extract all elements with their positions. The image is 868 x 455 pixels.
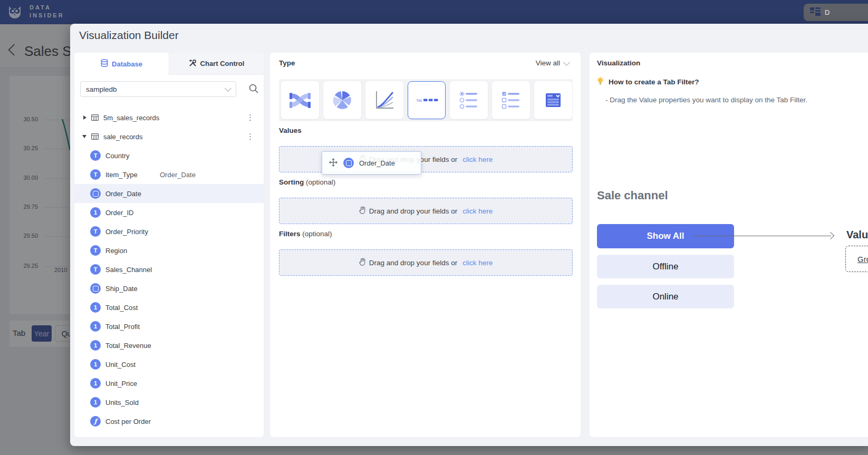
number-field-icon	[90, 397, 101, 408]
table-row[interactable]: 5m_sales_records ⋮	[74, 108, 264, 127]
sorting-label: Sorting	[279, 178, 304, 186]
field-row[interactable]: Total_Cost	[74, 298, 264, 317]
field-name: Units_Sold	[105, 399, 139, 406]
drag-hand-icon	[359, 258, 366, 267]
tab-option-offline[interactable]: Offline	[597, 255, 734, 278]
table-row[interactable]: sale_records ⋮	[74, 127, 264, 146]
move-icon	[329, 158, 338, 169]
tools-icon	[189, 59, 197, 69]
field-name: Order_Date	[105, 190, 141, 198]
chart-type-pie[interactable]	[323, 81, 361, 119]
dropdown-filter-icon	[543, 90, 564, 111]
caret-down-icon[interactable]	[82, 135, 86, 138]
database-select-value: sampledb	[86, 85, 117, 93]
date-field-icon	[90, 283, 101, 294]
annotation-arrow	[693, 236, 831, 236]
drag-ghost-label: Order_Date	[160, 171, 196, 179]
modal-title: Visualization Builder	[79, 29, 179, 42]
schema-tree: 5m_sales_records ⋮ sale_records ⋮ Countr…	[74, 108, 264, 431]
tip-body: - Drag the Value properties you want to …	[605, 96, 807, 104]
table-name: sale_records	[103, 133, 142, 141]
view-all-label: View all	[536, 59, 560, 67]
chart-type-sankey[interactable]	[281, 81, 319, 119]
tab-filter-widget-title: Sale channel	[597, 189, 668, 202]
tab-database[interactable]: Database	[74, 53, 169, 75]
chevron-down-icon	[225, 85, 232, 92]
dock-button-label: D	[825, 8, 830, 16]
kebab-menu-icon[interactable]: ⋮	[246, 132, 254, 141]
visualization-builder-modal: Visualization Builder Database	[70, 24, 868, 446]
search-icon[interactable]	[248, 83, 259, 96]
chevron-down-icon	[563, 59, 570, 66]
field-name: Total_Cost	[105, 304, 138, 312]
number-field-icon	[90, 321, 101, 332]
sorting-section-label: Sorting (optional)	[279, 178, 335, 186]
text-field-icon	[90, 264, 101, 275]
annotation-arrowhead-icon	[827, 232, 834, 239]
grid-icon	[810, 7, 821, 17]
filters-dropzone[interactable]: Drag and drop your fields or click here	[279, 249, 573, 276]
checkbox-list-icon	[500, 90, 522, 111]
field-name: Sales_Channel	[105, 266, 152, 274]
field-row[interactable]: Unit_Price	[74, 374, 264, 393]
text-field-icon	[90, 169, 101, 180]
tab-option-show-all[interactable]: Show All	[597, 224, 734, 248]
annotation-value-label: Value	[846, 229, 868, 241]
field-row[interactable]: Sales_Channel	[74, 260, 264, 279]
field-name: Order_ID	[105, 209, 133, 217]
caret-right-icon[interactable]	[83, 115, 86, 120]
chart-type-tab-filter-selected[interactable]: Tab	[408, 81, 446, 119]
field-row[interactable]: Region	[74, 241, 264, 260]
number-field-icon	[90, 340, 101, 351]
chart-type-radio-list[interactable]	[450, 81, 488, 119]
field-name: Region	[105, 247, 127, 255]
sankey-chart-icon	[289, 89, 311, 111]
chart-type-dropdown[interactable]	[534, 81, 572, 119]
field-row[interactable]: Units_Sold	[74, 393, 264, 412]
database-icon	[101, 59, 108, 69]
field-row[interactable]: Order_Priority	[74, 222, 264, 241]
sorting-dropzone[interactable]: Drag and drop your fields or click here	[279, 198, 573, 224]
kebab-menu-icon[interactable]: ⋮	[246, 113, 254, 122]
field-name: Unit_Price	[105, 380, 137, 388]
app-viewport: DATA INSIDER D Sales Sa	[0, 0, 868, 455]
chip-label: Order_Date	[359, 159, 395, 167]
dragged-field-chip[interactable]: Order_Date	[322, 151, 421, 175]
tab-option-online[interactable]: Online	[597, 285, 734, 308]
field-row[interactable]: Ship_Date	[74, 279, 264, 298]
field-name: Unit_Cost	[105, 361, 136, 369]
preview-panel: Visualization How to create a Tab Filter…	[590, 53, 868, 437]
field-row[interactable]: Order_ID	[74, 203, 264, 222]
drag-hand-icon	[359, 206, 366, 216]
view-all-dropdown[interactable]: View all	[536, 59, 569, 67]
optional-suffix: (optional)	[302, 230, 332, 238]
date-field-icon	[90, 188, 101, 199]
field-row[interactable]: Unit_Cost	[74, 355, 264, 374]
text-field-icon	[90, 226, 101, 237]
tab-chart-control[interactable]: Chart Control	[169, 53, 264, 75]
chart-type-checkbox-list[interactable]	[492, 81, 530, 119]
table-icon	[91, 114, 99, 121]
field-name: Country	[105, 152, 130, 160]
field-row[interactable]: Cost per Order	[74, 412, 264, 431]
dropzone-click-here-link[interactable]: click here	[462, 207, 493, 215]
brand-text: DATA INSIDER	[30, 4, 64, 20]
field-row[interactable]: Country	[74, 146, 264, 165]
brand-line-1: DATA	[30, 4, 64, 12]
database-select[interactable]: sampledb	[80, 81, 236, 97]
visualization-heading: Visualization	[597, 59, 640, 67]
field-row[interactable]: Total_Revenue	[74, 336, 264, 355]
date-field-icon	[343, 158, 354, 168]
field-row[interactable]: Total_Profit	[74, 317, 264, 336]
annotation-group-label: Group	[857, 255, 868, 264]
dashboard-dock-button[interactable]: D	[804, 4, 868, 21]
text-field-icon	[90, 245, 101, 256]
dropzone-click-here-link[interactable]: click here	[462, 156, 493, 163]
field-row-highlighted[interactable]: Order_Date	[74, 184, 264, 203]
database-panel: Database Chart Control sampledb	[74, 53, 264, 437]
chart-type-line[interactable]	[365, 81, 403, 119]
number-field-icon	[90, 378, 101, 389]
dropzone-click-here-link[interactable]: click here	[462, 259, 493, 267]
bulb-icon	[596, 76, 605, 88]
dropzone-text: Drag and drop your fields or	[369, 207, 457, 215]
